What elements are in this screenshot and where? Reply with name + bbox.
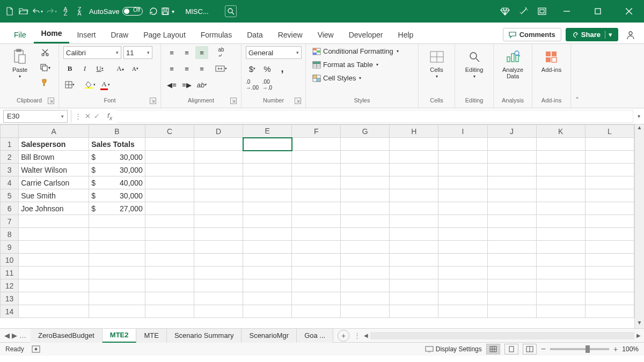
cell-H5[interactable] <box>390 189 438 202</box>
cell-H6[interactable] <box>390 202 438 215</box>
cell-K12[interactable] <box>536 279 585 292</box>
cell-H9[interactable] <box>390 241 438 254</box>
display-settings-button[interactable]: Display Settings <box>425 345 482 353</box>
cell-E5[interactable] <box>243 189 292 202</box>
orientation-icon[interactable]: ab▾ <box>195 78 208 91</box>
cell-K8[interactable] <box>536 228 585 241</box>
cut-icon[interactable] <box>39 46 52 59</box>
cell-I2[interactable] <box>438 151 487 164</box>
cell-F7[interactable] <box>292 215 341 228</box>
cell-J14[interactable] <box>487 305 536 318</box>
cell-F10[interactable] <box>292 254 341 267</box>
cell-L3[interactable] <box>585 164 634 176</box>
cell-K2[interactable] <box>536 151 585 164</box>
cell-H1[interactable] <box>390 138 438 151</box>
cell-L4[interactable] <box>585 176 634 189</box>
cell-L12[interactable] <box>585 279 634 292</box>
number-format-select[interactable]: General▾ <box>246 46 302 59</box>
cell-E8[interactable] <box>243 228 292 241</box>
cell-C13[interactable] <box>145 292 194 305</box>
tab-developer[interactable]: Developer <box>341 25 391 43</box>
cell-E12[interactable] <box>243 279 292 292</box>
col-header-A[interactable]: A <box>19 125 89 138</box>
row-header-2[interactable]: 2 <box>1 151 19 164</box>
cell-G11[interactable] <box>341 267 390 279</box>
cell-B7[interactable] <box>89 215 145 228</box>
cell-A7[interactable] <box>19 215 89 228</box>
page-break-view-icon[interactable] <box>523 344 537 354</box>
col-header-F[interactable]: F <box>292 125 341 138</box>
cell-L7[interactable] <box>585 215 634 228</box>
toggle-switch[interactable]: Off <box>122 7 143 16</box>
row-header-5[interactable]: 5 <box>1 189 19 202</box>
cell-F13[interactable] <box>292 292 341 305</box>
cell-G14[interactable] <box>341 305 390 318</box>
row-header-4[interactable]: 4 <box>1 176 19 189</box>
cell-G5[interactable] <box>341 189 390 202</box>
cell-K5[interactable] <box>536 189 585 202</box>
row-header-11[interactable]: 11 <box>1 267 19 279</box>
cell-G1[interactable] <box>341 138 390 151</box>
cell-E4[interactable] <box>243 176 292 189</box>
cell-L11[interactable] <box>585 267 634 279</box>
cell-G12[interactable] <box>341 279 390 292</box>
cell-C10[interactable] <box>145 254 194 267</box>
cell-A1[interactable]: Salesperson <box>19 138 89 151</box>
cell-D8[interactable] <box>194 228 243 241</box>
cell-C7[interactable] <box>145 215 194 228</box>
row-header-3[interactable]: 3 <box>1 164 19 176</box>
col-header-L[interactable]: L <box>585 125 634 138</box>
cell-I3[interactable] <box>438 164 487 176</box>
zoom-in-icon[interactable]: + <box>613 345 618 353</box>
cell-G2[interactable] <box>341 151 390 164</box>
refresh-icon[interactable] <box>149 7 158 16</box>
cell-C14[interactable] <box>145 305 194 318</box>
decrease-indent-icon[interactable]: ◀≡ <box>165 78 178 91</box>
cell-L14[interactable] <box>585 305 634 318</box>
col-header-C[interactable]: C <box>145 125 194 138</box>
cell-L13[interactable] <box>585 292 634 305</box>
addins-button[interactable]: Add-ins <box>537 46 566 75</box>
sheet-tab-ScenarioMgr[interactable]: ScenarioMgr <box>241 329 297 343</box>
scroll-left-icon[interactable]: ◀ <box>364 333 368 338</box>
scroll-down-icon[interactable]: ▼ <box>635 320 644 328</box>
page-layout-view-icon[interactable] <box>504 344 518 354</box>
sheet-tab-Goa ...[interactable]: Goa ... <box>297 329 333 343</box>
cell-L5[interactable] <box>585 189 634 202</box>
cell-J1[interactable] <box>487 138 536 151</box>
col-header-K[interactable]: K <box>536 125 585 138</box>
new-file-icon[interactable] <box>4 6 15 17</box>
percent-icon[interactable]: % <box>261 62 274 75</box>
cell-D2[interactable] <box>194 151 243 164</box>
cell-C2[interactable] <box>145 151 194 164</box>
cell-D12[interactable] <box>194 279 243 292</box>
cell-A5[interactable]: Sue Smith <box>19 189 89 202</box>
sort-desc-icon[interactable]: ZA <box>74 6 85 17</box>
tab-data[interactable]: Data <box>239 25 270 43</box>
cell-L10[interactable] <box>585 254 634 267</box>
tab-help[interactable]: Help <box>391 25 421 43</box>
sheet-nav-next-icon[interactable]: ▶ <box>12 331 17 339</box>
cell-B6[interactable]: $27,000 <box>89 202 145 215</box>
cell-C1[interactable] <box>145 138 194 151</box>
cell-I1[interactable] <box>438 138 487 151</box>
cell-C3[interactable] <box>145 164 194 176</box>
cell-L6[interactable] <box>585 202 634 215</box>
cell-K14[interactable] <box>536 305 585 318</box>
cell-I4[interactable] <box>438 176 487 189</box>
tab-draw[interactable]: Draw <box>103 25 136 43</box>
cell-G7[interactable] <box>341 215 390 228</box>
cell-E11[interactable] <box>243 267 292 279</box>
cell-D4[interactable] <box>194 176 243 189</box>
sheet-nav-prev-icon[interactable]: ◀ <box>4 331 10 339</box>
sheet-nav-more-icon[interactable]: … <box>19 331 26 339</box>
cell-F11[interactable] <box>292 267 341 279</box>
autosave-toggle[interactable]: AutoSave Off <box>89 7 143 16</box>
fill-color-icon[interactable]: ▾ <box>84 78 97 91</box>
zoom-slider[interactable] <box>550 348 609 350</box>
cell-G10[interactable] <box>341 254 390 267</box>
alignment-dialog-icon[interactable]: ⇲ <box>230 98 237 104</box>
cell-B9[interactable] <box>89 241 145 254</box>
cell-I12[interactable] <box>438 279 487 292</box>
scroll-right-icon[interactable]: ▶ <box>636 333 641 338</box>
